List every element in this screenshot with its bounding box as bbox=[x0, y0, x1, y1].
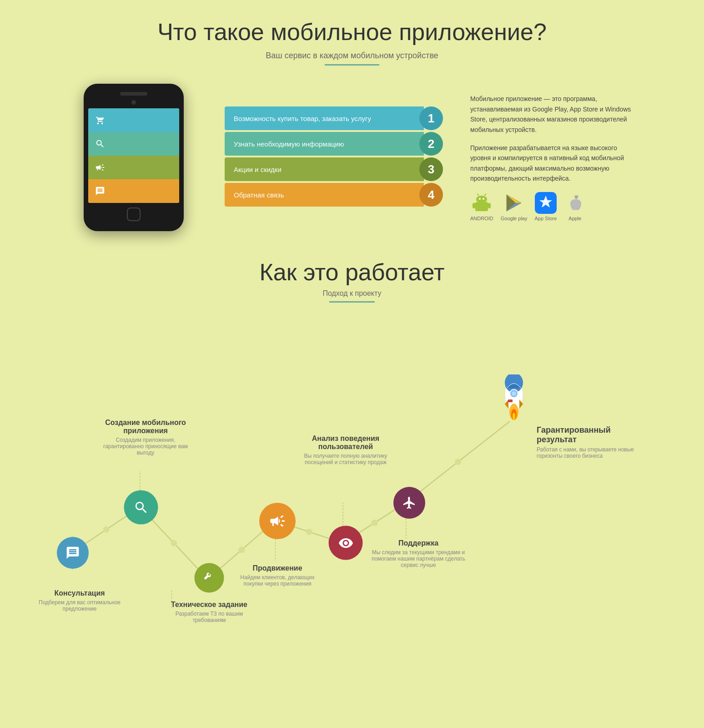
technical-title: Техническое задание bbox=[164, 601, 255, 609]
step-promotion-circle bbox=[259, 503, 296, 539]
section2: Как это работает Подход к проекту bbox=[0, 249, 704, 639]
feature-bar-1: Возможность купить товар, заказать услуг… bbox=[225, 106, 424, 130]
creation-title: Создание мобильного приложения bbox=[96, 419, 196, 435]
desc-area: Мобильное приложение — это программа, ус… bbox=[470, 94, 634, 221]
svg-line-9 bbox=[484, 194, 486, 196]
svg-point-18 bbox=[171, 540, 177, 546]
feature-num-2: 2 bbox=[419, 132, 443, 156]
phone-row-1 bbox=[88, 108, 179, 132]
google-play-icon bbox=[501, 192, 528, 214]
svg-point-7 bbox=[483, 198, 484, 200]
feature-label-1: Возможность купить товар, заказать услуг… bbox=[234, 115, 371, 122]
step-creation bbox=[124, 490, 158, 525]
analytics-label: Анализ поведения пользователей Вы получа… bbox=[296, 435, 396, 465]
android-icon bbox=[470, 192, 493, 214]
megaphone-icon bbox=[88, 156, 112, 179]
svg-rect-1 bbox=[473, 203, 475, 208]
svg-rect-2 bbox=[488, 203, 491, 208]
svg-rect-4 bbox=[483, 207, 485, 211]
phone-camera bbox=[131, 100, 136, 105]
apple-store: Apple bbox=[564, 192, 586, 221]
feature-label-3: Акции и скидки bbox=[234, 166, 282, 173]
step-technical-circle bbox=[195, 563, 224, 593]
apple-label: Apple bbox=[568, 216, 581, 221]
technical-desc: Разработаем ТЗ по вашим требованиям bbox=[164, 611, 255, 623]
creation-desc: Создадим приложения, гарантированно прин… bbox=[96, 437, 196, 456]
features-area: Возможность купить товар, заказать услуг… bbox=[225, 106, 443, 208]
android-store: ANDROID bbox=[470, 192, 493, 221]
android-label: ANDROID bbox=[470, 216, 493, 221]
promotion-desc: Найдем клиентов, делающих покупки через … bbox=[232, 574, 323, 587]
svg-rect-0 bbox=[475, 202, 488, 211]
step-creation-circle bbox=[124, 490, 158, 525]
chat-icon bbox=[88, 179, 112, 203]
step-technical bbox=[195, 563, 224, 593]
phone-screen bbox=[88, 108, 179, 203]
feature-num-1: 1 bbox=[419, 106, 443, 130]
svg-point-5 bbox=[476, 196, 487, 203]
timeline-area: Консультация Подберем для вас оптимально… bbox=[36, 330, 668, 612]
step-promotion bbox=[259, 503, 296, 539]
svg-point-19 bbox=[238, 547, 245, 553]
subtitle: Ваш сервис в каждом мобильном устройстве bbox=[36, 51, 668, 61]
consultation-desc: Подберем для вас оптимальное предложение bbox=[36, 599, 123, 612]
store-icons: ANDROID Google play bbox=[470, 192, 634, 221]
svg-rect-3 bbox=[478, 207, 480, 211]
step-analytics bbox=[329, 526, 363, 560]
feature-label-2: Узнать необходимую информацию bbox=[234, 140, 344, 148]
support-label: Поддержка Мы следим за текущими трендами… bbox=[368, 539, 468, 568]
phone bbox=[84, 84, 184, 231]
result-title: Гарантированный результат bbox=[537, 425, 641, 445]
promotion-title: Продвижение bbox=[232, 564, 323, 572]
feature-bar-4: Обратная связь bbox=[225, 183, 424, 207]
svg-line-8 bbox=[477, 194, 479, 196]
result-label: Гарантированный результат Работая с нами… bbox=[537, 425, 641, 459]
appstore-store: A App Store bbox=[534, 192, 557, 221]
feature-3: Акции и скидки 3 bbox=[225, 157, 443, 181]
svg-point-22 bbox=[455, 459, 461, 465]
svg-point-17 bbox=[103, 526, 110, 533]
google-play-label: Google play bbox=[501, 216, 528, 221]
phone-home-button bbox=[127, 207, 141, 221]
feature-bar-3: Акции и скидки bbox=[225, 157, 424, 181]
feature-bar-2: Узнать необходимую информацию bbox=[225, 132, 424, 156]
section1: Что такое мобильное приложение? Ваш серв… bbox=[0, 0, 704, 249]
feature-4: Обратная связь 4 bbox=[225, 183, 443, 207]
desc-text-1: Мобильное приложение — это программа, ус… bbox=[470, 94, 634, 135]
phone-speaker bbox=[120, 92, 147, 96]
desc-text-2: Приложение разрабатывается на языке высо… bbox=[470, 143, 634, 184]
analytics-title: Анализ поведения пользователей bbox=[296, 435, 396, 451]
feature-num-4: 4 bbox=[419, 183, 443, 207]
phone-row-2 bbox=[88, 132, 179, 156]
svg-point-6 bbox=[479, 198, 481, 200]
support-title: Поддержка bbox=[368, 539, 468, 547]
technical-label: Техническое задание Разработаем ТЗ по ва… bbox=[164, 601, 255, 623]
svg-point-38 bbox=[513, 413, 515, 420]
svg-text:A: A bbox=[543, 197, 549, 209]
analytics-desc: Вы получаете полную аналитику посещений … bbox=[296, 453, 396, 465]
svg-point-33 bbox=[512, 391, 516, 396]
content-row: Возможность купить товар, заказать услуг… bbox=[36, 84, 668, 231]
section2-title: Как это работает bbox=[36, 258, 668, 286]
feature-2: Узнать необходимую информацию 2 bbox=[225, 132, 443, 156]
timeline-svg bbox=[36, 330, 668, 612]
google-play-store: Google play bbox=[501, 192, 528, 221]
result-desc: Работая с нами, вы открываете новые гори… bbox=[537, 446, 641, 459]
cart-icon bbox=[88, 108, 112, 132]
step-support bbox=[393, 487, 425, 519]
svg-point-20 bbox=[306, 529, 312, 535]
step-analytics-circle bbox=[329, 526, 363, 560]
step-consultation-circle bbox=[57, 537, 89, 569]
consultation-title: Консультация bbox=[36, 589, 123, 597]
creation-label: Создание мобильного приложения Создадим … bbox=[96, 419, 196, 456]
consultation-label: Консультация Подберем для вас оптимально… bbox=[36, 589, 123, 612]
step-support-circle bbox=[393, 487, 425, 519]
title-divider bbox=[325, 64, 379, 66]
apple-icon bbox=[564, 192, 586, 214]
step-result-rocket bbox=[487, 374, 541, 431]
phone-row-3 bbox=[88, 156, 179, 179]
feature-label-4: Обратная связь bbox=[234, 191, 284, 199]
phone-container bbox=[70, 84, 197, 231]
section2-divider bbox=[329, 301, 375, 303]
phone-row-4 bbox=[88, 179, 179, 203]
